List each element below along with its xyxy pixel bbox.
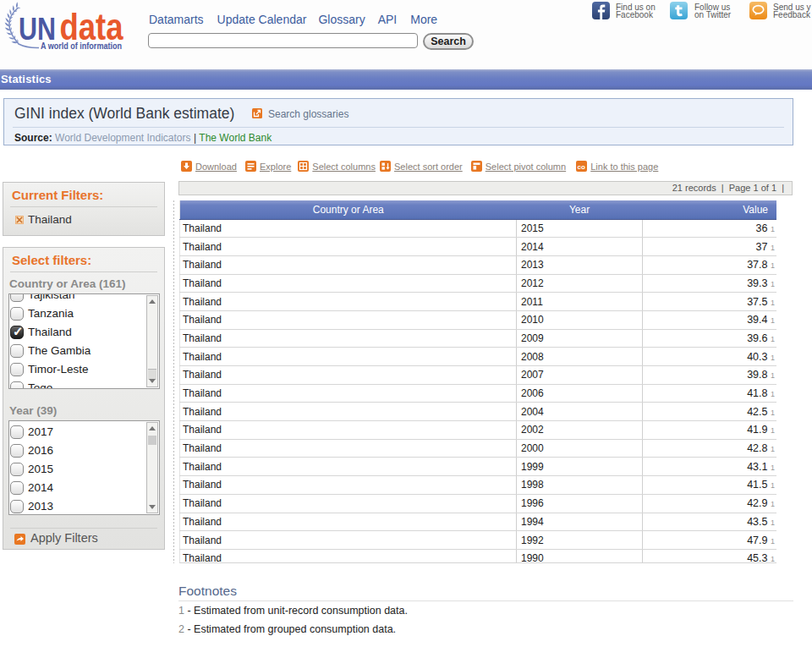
svg-text:co: co bbox=[578, 163, 585, 171]
svg-text:A world of information: A world of information bbox=[41, 41, 122, 51]
